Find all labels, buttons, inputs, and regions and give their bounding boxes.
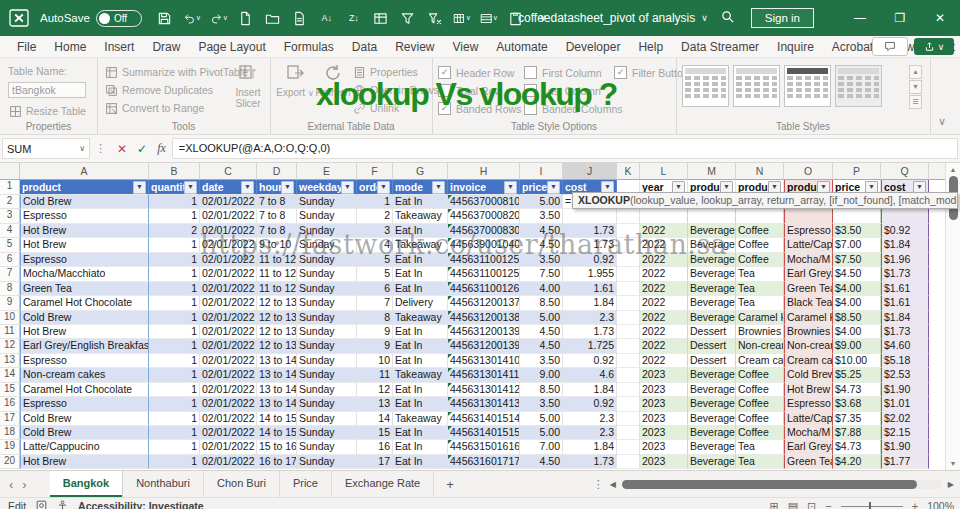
row-header-19[interactable]: 19	[0, 440, 20, 454]
grid-cell[interactable]	[688, 209, 736, 223]
menu-tab-help[interactable]: Help	[629, 37, 672, 57]
grid-cell[interactable]: Sunday	[297, 426, 357, 440]
grid-cell[interactable]: 5.00	[520, 311, 563, 325]
grid-cell[interactable]: 02/01/2022	[200, 209, 257, 223]
filter-button-icon[interactable]: ▼	[133, 181, 146, 194]
column-header-P[interactable]: P	[833, 163, 881, 180]
grid-cell[interactable]: Latte/Cap	[784, 412, 833, 426]
insert-slicer-button[interactable]: Insert Slicer	[229, 63, 267, 109]
column-header-C[interactable]: C	[200, 163, 257, 180]
menu-tab-page-layout[interactable]: Page Layout	[189, 37, 274, 57]
grid-cell[interactable]	[617, 368, 640, 382]
grid-cell[interactable]: Caramel H	[736, 311, 784, 325]
grid-cell[interactable]: 445631100125	[448, 267, 520, 281]
grid-cell[interactable]: Hot Brew	[20, 455, 149, 469]
grid-cell[interactable]: 7 to 8	[257, 209, 297, 223]
grid-cell[interactable]: 5.00	[520, 426, 563, 440]
grid-cell[interactable]: Latte/Cap	[784, 238, 833, 252]
menu-tab-file[interactable]: File	[8, 37, 45, 57]
grid-cell[interactable]: 12 to 13	[257, 311, 297, 325]
grid-cell[interactable]: Beverage	[688, 267, 736, 281]
grid-cell[interactable]: 3.50	[520, 354, 563, 368]
row-header-2[interactable]: 2	[0, 195, 20, 209]
grid-cell[interactable]: 9	[357, 325, 393, 339]
grid-cell[interactable]: $1.90	[881, 440, 929, 454]
grid-cell[interactable]: Eat In	[393, 455, 448, 469]
grid-cell[interactable]: Brownies	[784, 325, 833, 339]
grid-cell[interactable]: Mocha/M	[784, 426, 833, 440]
grid-cell[interactable]: 15 to 16	[257, 440, 297, 454]
grid-cell[interactable]: Mocha/Macchiato	[20, 267, 149, 281]
menu-tab-home[interactable]: Home	[45, 37, 95, 57]
grid-cell[interactable]: 5.00	[520, 195, 563, 209]
grid-cell[interactable]: Beverage	[688, 397, 736, 411]
grid-cell[interactable]: 9	[357, 339, 393, 353]
grid-cell[interactable]: 5	[357, 267, 393, 281]
grid-cell[interactable]: 1.725	[563, 339, 617, 353]
menu-tab-automate[interactable]: Automate	[487, 37, 556, 57]
grid-cell[interactable]: Coffee	[736, 253, 784, 267]
grid-cell[interactable]: $4.00	[833, 296, 881, 310]
grid-cell[interactable]	[563, 209, 617, 223]
grid-cell[interactable]: Sunday	[297, 195, 357, 209]
autosave-control[interactable]: AutoSave Off	[40, 10, 142, 27]
clear-filter-icon[interactable]	[426, 9, 444, 27]
grid-cell[interactable]: $1.01	[881, 397, 929, 411]
row-header-13[interactable]: 13	[0, 354, 20, 368]
grid-cell[interactable]: 4.50	[520, 339, 563, 353]
minimize-button[interactable]: —	[840, 0, 880, 36]
styles-scroll-down-icon[interactable]: ▼	[909, 80, 922, 94]
comments-button[interactable]	[872, 37, 908, 56]
grid-cell[interactable]: $9.00	[833, 339, 881, 353]
freeze-panes-icon[interactable]	[372, 9, 390, 27]
grid-cell[interactable]: Dessert	[688, 339, 736, 353]
grid-cell[interactable]	[617, 282, 640, 296]
grid-cell[interactable]: Non-crear	[784, 339, 833, 353]
grid-cell[interactable]: Mocha/M	[784, 253, 833, 267]
page-layout-view-icon[interactable]: ▤	[788, 500, 798, 509]
grid-cell[interactable]: Eat In	[393, 195, 448, 209]
new-file-icon[interactable]	[237, 9, 255, 27]
grid-cell[interactable]: Cold Brew	[20, 426, 149, 440]
undo-icon[interactable]: ∨	[183, 9, 201, 27]
table-header-D[interactable]: hour▼	[257, 180, 297, 195]
redo-icon[interactable]: ∨	[210, 9, 228, 27]
grid-cell[interactable]: 3.50	[520, 209, 563, 223]
grid-cell[interactable]: Hot Brew	[20, 325, 149, 339]
row-header-9[interactable]: 9	[0, 296, 20, 310]
grid-cell[interactable]: 445631200139	[448, 325, 520, 339]
grid-cell[interactable]: 2023	[640, 412, 688, 426]
grid-cell[interactable]: Sunday	[297, 339, 357, 353]
grid-cell[interactable]: Eat In	[393, 383, 448, 397]
grid-cell[interactable]: 02/01/2022	[200, 426, 257, 440]
grid-cell[interactable]: 02/01/2022	[200, 383, 257, 397]
grid-cell[interactable]: 7.50	[520, 267, 563, 281]
grid-cell[interactable]: Beverage	[688, 368, 736, 382]
grid-cell[interactable]: $1.73	[881, 267, 929, 281]
grid-cell[interactable]: 3.50	[520, 397, 563, 411]
grid-cell[interactable]: 9.00	[520, 368, 563, 382]
grid-cell[interactable]: $4.20	[833, 455, 881, 469]
grid-cell[interactable]: 12 to 13	[257, 296, 297, 310]
grid-cell[interactable]: 13	[357, 397, 393, 411]
horizontal-scroll-track[interactable]	[622, 480, 942, 489]
filter-button-icon[interactable]: ▼	[184, 181, 197, 194]
convert-to-range-button[interactable]: Convert to Range	[104, 101, 204, 115]
grid-cell[interactable]: Coffee	[736, 412, 784, 426]
normal-view-icon[interactable]: ⊞	[769, 500, 778, 509]
filter-button-icon[interactable]: ▼	[241, 181, 254, 194]
grid-cell[interactable]: $4.00	[833, 325, 881, 339]
table-header-F[interactable]: order▼	[357, 180, 393, 195]
grid-cell[interactable]: Sunday	[297, 311, 357, 325]
save-icon[interactable]	[156, 9, 174, 27]
row-header-14[interactable]: 14	[0, 368, 20, 382]
grid-cell[interactable]: 2.3	[563, 412, 617, 426]
styles-more-icon[interactable]: ☰	[909, 95, 922, 109]
grid-cell[interactable]: 02/01/2022	[200, 282, 257, 296]
grid-cell[interactable]: Dessert	[688, 354, 736, 368]
grid-cell[interactable]: Eat In	[393, 267, 448, 281]
export-button[interactable]: Export ∨	[276, 63, 314, 99]
grid-cell[interactable]: Eat In	[393, 440, 448, 454]
grid-cell[interactable]: 2023	[640, 383, 688, 397]
grid-cell[interactable]: 17	[357, 455, 393, 469]
